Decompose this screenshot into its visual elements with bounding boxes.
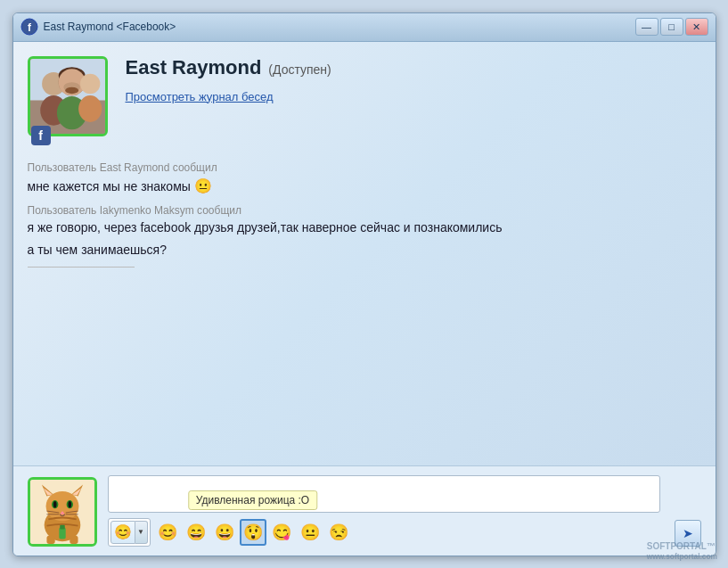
message-text-1: мне кажется мы не знакомы 😐 [28,176,701,197]
emoji-item-3[interactable]: 😲 [240,519,266,546]
svg-point-14 [78,95,102,122]
maximize-button[interactable]: □ [660,18,683,36]
emoji-item-2[interactable]: 😀 [211,519,238,546]
emoji-picker-button[interactable]: 😊 [110,521,135,544]
emoji-inline-1: 😐 [194,178,212,193]
window-controls: — □ ✕ [635,18,708,36]
emoji-item-6[interactable]: 😒 [325,519,352,546]
profile-info: East Raymond (Доступен) Просмотреть журн… [126,56,701,104]
window-title: East Raymond <Facebook> [44,21,635,33]
emoji-item-1[interactable]: 😄 [183,519,209,546]
emoji-row-wrapper: 😊 😄 😀 😲 😋 😐 😒 Удивленная рожица :O [154,519,352,546]
svg-rect-31 [46,535,54,543]
svg-rect-33 [59,527,65,539]
emoji-row: 😊 😄 😀 😲 😋 😐 😒 [154,519,352,546]
message-sender-2: Пользователь Iakymenko Maksym сообщил [28,204,701,217]
message-text-2: я же говорю, через facebook друзья друзе… [28,218,701,237]
profile-name-row: East Raymond (Доступен) [126,56,701,79]
user-avatar-wrapper [28,477,97,547]
close-button[interactable]: ✕ [685,18,708,36]
main-window: f East Raymond <Facebook> — □ ✕ [12,12,716,556]
message-input[interactable] [108,475,660,513]
view-history-link[interactable]: Просмотреть журнал бесед [126,90,274,103]
profile-name: East Raymond [126,56,262,79]
svg-point-13 [80,73,100,93]
minimize-button[interactable]: — [635,18,658,36]
emoji-picker-group: 😊 ▼ [108,518,151,547]
facebook-badge: f [31,126,51,145]
svg-point-24 [53,501,56,507]
contact-avatar [28,56,108,136]
emoji-item-0[interactable]: 😊 [154,519,181,546]
chat-messages: Пользователь East Raymond сообщил мне ка… [28,147,701,451]
emoji-dropdown-button[interactable]: ▼ [135,521,148,544]
profile-status: (Доступен) [268,62,331,77]
emoji-item-5[interactable]: 😐 [297,519,323,546]
svg-rect-34 [60,524,65,529]
message-text-3: а ты чем занимаешься? [28,241,701,259]
bottom-section: 😊 ▼ 😊 😄 😀 😲 😋 😐 😒 Удивленная рожица :O [13,465,716,556]
contact-avatar-wrapper: f [28,56,108,136]
svg-point-25 [68,501,71,507]
softportal-watermark: SOFTPORTAL™www.softportal.com [647,541,716,556]
app-icon: f [20,18,38,36]
emoji-item-4[interactable]: 😋 [268,519,295,546]
main-panel: f East Raymond (Доступен) Просмотреть жу… [13,42,716,465]
content-area: f East Raymond (Доступен) Просмотреть жу… [13,42,716,465]
message-sender-1: Пользователь East Raymond сообщил [28,161,701,174]
svg-rect-32 [70,535,78,543]
user-avatar [28,477,97,547]
chat-separator [28,267,135,268]
title-bar: f East Raymond <Facebook> — □ ✕ [13,13,716,42]
emoji-toolbar: 😊 ▼ 😊 😄 😀 😲 😋 😐 😒 Удивленная рожица :O [108,518,660,547]
profile-section: f East Raymond (Доступен) Просмотреть жу… [28,56,701,136]
input-area: 😊 ▼ 😊 😄 😀 😲 😋 😐 😒 Удивленная рожица :O [108,475,660,547]
svg-point-11 [65,86,78,93]
send-icon: ➤ [683,526,693,540]
